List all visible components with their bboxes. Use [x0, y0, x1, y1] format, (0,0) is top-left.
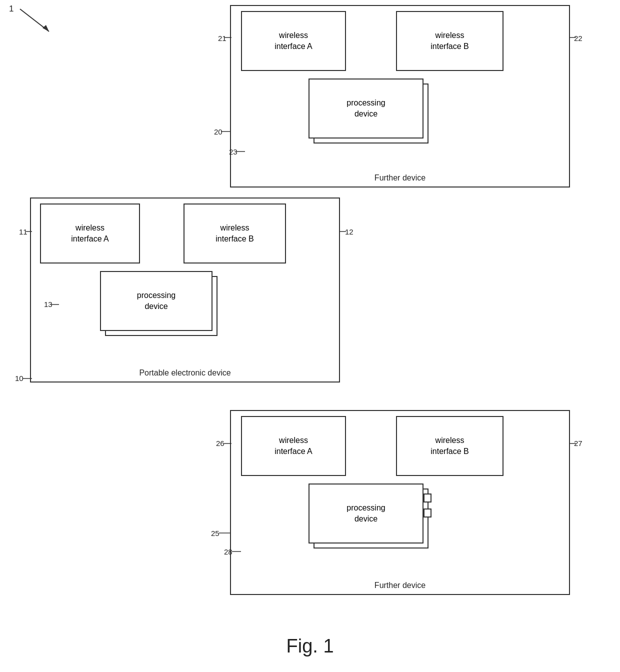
- bot-wi-b-label: wirelessinterface B: [430, 435, 468, 458]
- mid-wi-b-box: wirelessinterface B: [184, 204, 286, 264]
- mid-proc-box: processingdevice: [100, 271, 212, 331]
- bot-ref-25: 25: [211, 529, 220, 538]
- top-ref-21-line: [224, 37, 232, 38]
- bot-wi-a-box: wirelessinterface A: [241, 416, 346, 476]
- bot-ref-26: 26: [216, 439, 224, 448]
- bot-ref-28: 28: [224, 548, 232, 556]
- top-wi-a-box: wirelessinterface A: [241, 11, 346, 71]
- top-ref-23-line: [236, 151, 245, 152]
- mid-wi-b-label: wirelessinterface B: [216, 222, 254, 245]
- mid-proc-label: processingdevice: [137, 290, 176, 312]
- middle-outer-box: wirelessinterface A wirelessinterface B …: [30, 198, 340, 382]
- mid-ref-12-line: [340, 231, 346, 232]
- bot-wi-a-label: wirelessinterface A: [274, 435, 312, 458]
- top-outer-label: Further device: [374, 174, 426, 182]
- bottom-outer-box: wirelessinterface A wirelessinterface B …: [230, 410, 570, 595]
- mid-ref-10-line: [23, 378, 32, 379]
- mid-ref-12: 12: [345, 228, 354, 236]
- mid-wi-a-box: wirelessinterface A: [40, 204, 140, 264]
- top-ref-21: 21: [218, 34, 226, 42]
- fig-label: Fig. 1: [286, 636, 334, 657]
- bot-wi-b-box: wirelessinterface B: [396, 416, 504, 476]
- mid-ref-10: 10: [15, 374, 24, 382]
- top-wi-a-label: wirelessinterface A: [274, 30, 312, 52]
- mid-wi-a-label: wirelessinterface A: [71, 222, 109, 245]
- top-wi-b-box: wirelessinterface B: [396, 11, 504, 71]
- bot-proc-box: processingdevice: [308, 484, 424, 544]
- bot-connector-1: [424, 494, 432, 502]
- top-outer-box: wirelessinterface A wirelessinterface B …: [230, 5, 570, 188]
- svg-marker-1: [42, 25, 49, 32]
- top-proc-box: processingdevice: [308, 78, 424, 138]
- mid-ref-11-line: [26, 231, 32, 232]
- mid-outer-label: Portable electronic device: [139, 368, 230, 378]
- bot-ref-27-line: [570, 443, 576, 444]
- ref-1-label: 1: [9, 4, 14, 14]
- ref-1-arrow: [15, 4, 60, 39]
- bot-ref-26-line: [224, 443, 232, 444]
- mid-ref-13-line: [51, 304, 59, 305]
- top-ref-20-line: [221, 131, 231, 132]
- top-wi-b-label: wirelessinterface B: [430, 30, 468, 52]
- bot-ref-25-line: [219, 532, 231, 534]
- diagram-container: 1 wirelessinterface A wirelessinterface …: [0, 0, 620, 672]
- bot-ref-28-line: [232, 551, 241, 552]
- top-proc-label: processingdevice: [346, 98, 385, 120]
- bot-connector-2: [424, 508, 432, 518]
- top-ref-22-line: [570, 37, 576, 38]
- bot-outer-label: Further device: [374, 581, 426, 590]
- top-ref-22: 22: [574, 34, 582, 42]
- bot-proc-label: processingdevice: [346, 502, 385, 525]
